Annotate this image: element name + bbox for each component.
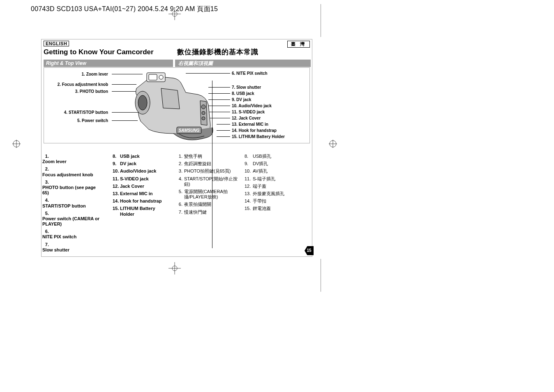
- fold-mark: [321, 259, 321, 292]
- callout-4: 4. START/STOP button: [64, 110, 108, 115]
- callout-6: 6. NITE PIX switch: [232, 71, 268, 76]
- document-header: 00743D SCD103 USA+TAI(01~27) 2004.5.24 9…: [31, 5, 218, 14]
- svg-rect-13: [149, 74, 157, 80]
- registration-right: [329, 140, 337, 148]
- parts-list-en-col1: 1.Zoom lever 2.Focus adjustment knob 3.P…: [42, 154, 108, 255]
- callout-8: 8. USB jack: [232, 91, 254, 96]
- svg-point-19: [202, 117, 205, 120]
- svg-point-17: [201, 105, 205, 109]
- subtitle-tw: 右視圖和頂視圖: [175, 60, 311, 67]
- subtitle-en: Right & Top View: [44, 60, 173, 67]
- svg-point-18: [202, 111, 205, 115]
- callout-2: 2. Focus adjustment knob: [58, 82, 108, 87]
- parts-list-tw-col2: 8.USB插孔 9.DV插孔 10.AV插孔 11.S-端子插孔 12.端子蓋 …: [245, 154, 310, 214]
- callout-11: 11. S-VIDEO jack: [232, 110, 265, 114]
- callout-13: 13. External MIC in: [232, 122, 268, 127]
- manual-page: ENGLISH 臺 灣 Getting to Know Your Camcord…: [41, 39, 312, 257]
- svg-text:SAMSUNG: SAMSUNG: [178, 128, 199, 133]
- callout-7: 7. Slow shutter: [232, 85, 261, 90]
- parts-list-en-col2: 8.USB jack 9.DV jack 10.Audio/Video jack…: [113, 154, 170, 219]
- callout-12: 12. Jack Cover: [232, 116, 261, 120]
- svg-point-16: [138, 95, 147, 110]
- callout-3: 3. PHOTO button: [75, 89, 108, 94]
- section-title-tw: 數位攝錄影機的基本常識: [177, 47, 259, 57]
- camcorder-diagram: 1. Zoom lever 2. Focus adjustment knob 3…: [44, 67, 310, 143]
- lang-tag-english: ENGLISH: [44, 41, 69, 46]
- lang-tag-taiwan: 臺 灣: [287, 41, 310, 48]
- callout-10: 10. Audio/Video jack: [232, 104, 272, 108]
- callout-1: 1. Zoom lever: [82, 72, 108, 76]
- callout-5: 5. Power switch: [77, 118, 108, 123]
- svg-point-14: [159, 75, 163, 79]
- crop-mark-bottom: [169, 262, 181, 274]
- callout-15: 15. LITHIUM Battery Holder: [232, 134, 285, 139]
- section-title-en: Getting to Know Your Camcorder: [44, 48, 154, 56]
- callout-14: 14. Hook for handstrap: [232, 128, 277, 133]
- parts-list-tw-col1: 1.變焦手柄 2.焦距調整旋鈕 3.PHOTO拍照鍵(見65頁) 4.START…: [176, 154, 242, 217]
- page-number-arrow: 15: [305, 246, 314, 255]
- callout-9: 9. DV jack: [232, 97, 251, 102]
- crop-mark-top: [169, 8, 181, 20]
- camcorder-illustration: SAMSUNG: [124, 72, 219, 142]
- fold-mark: [321, 4, 321, 37]
- registration-left: [12, 140, 21, 148]
